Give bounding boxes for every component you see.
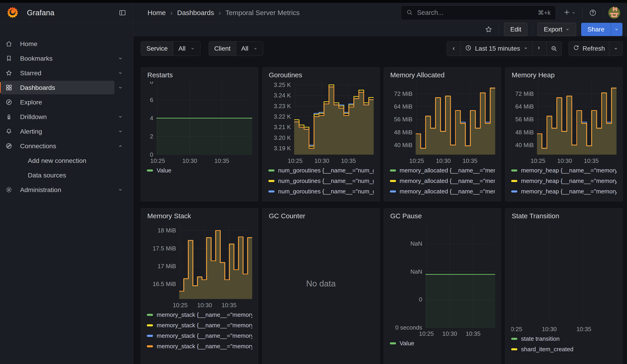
sidebar-item-add-new-connection[interactable]: Add new connection — [0, 154, 129, 167]
panel-title[interactable]: Memory Stack — [147, 212, 252, 220]
legend-item[interactable]: memory_stack {__name__="memory_s — [147, 341, 252, 352]
legend-color-swatch — [390, 180, 396, 182]
header-right — [562, 7, 620, 19]
share-button[interactable]: Share — [581, 23, 611, 36]
search-box[interactable]: ⌘+k — [401, 5, 556, 20]
panel-title[interactable]: State Transition — [512, 212, 617, 220]
panel-chart[interactable]: 40 MiB48 MiB56 MiB64 MiB72 MiB10:2510:30… — [390, 82, 495, 165]
edit-button[interactable]: Edit — [504, 23, 527, 36]
legend-item[interactable]: num_goroutines {__name__="num_go — [268, 186, 374, 197]
legend-label: memory_stack {__name__="memory_s — [157, 343, 252, 350]
sidebar-item-label: Add new connection — [28, 157, 86, 164]
sidebar-item-connections[interactable]: Connections — [0, 139, 129, 153]
panel-chart[interactable]: 10:2510:3010:35 — [511, 223, 617, 333]
legend-label: memory_stack {__name__="memory_s — [157, 332, 252, 339]
add-new-button[interactable] — [562, 7, 577, 18]
avatar[interactable] — [608, 7, 620, 19]
sidebar-item-explore[interactable]: Explore — [0, 95, 129, 109]
legend-color-swatch — [390, 342, 396, 344]
legend-item[interactable]: memory_allocated {__name__="memo — [390, 176, 495, 186]
zoom-out-button[interactable] — [547, 41, 562, 56]
time-range-picker[interactable]: Last 15 minutes — [461, 41, 533, 56]
sidebar-item-drilldown[interactable]: Drilldown — [0, 110, 129, 124]
help-button[interactable] — [587, 7, 598, 18]
legend-item[interactable]: memory_stack {__name__="memory_s — [147, 310, 252, 320]
panel-title[interactable]: GC Counter — [269, 212, 374, 220]
legend-item[interactable]: Value — [390, 338, 495, 349]
svg-text:10:25: 10:25 — [150, 157, 165, 164]
client-filter[interactable]: Client All — [209, 41, 263, 56]
sidebar-item-data-sources[interactable]: Data sources — [0, 168, 129, 182]
service-filter[interactable]: Service All — [141, 41, 200, 56]
chevron-down — [614, 27, 619, 32]
legend-item[interactable]: memory_allocated {__name__="memo — [390, 165, 495, 176]
sidebar-item-dashboards[interactable]: Dashboards — [0, 81, 129, 95]
export-button[interactable]: Export — [538, 23, 576, 36]
panel-chart[interactable]: 40 MiB48 MiB56 MiB64 MiB72 MiB10:2510:30… — [511, 82, 617, 165]
share-menu-button[interactable] — [611, 23, 623, 36]
legend-label: num_goroutines {__name__="num_go — [278, 177, 374, 185]
panel-title[interactable]: Memory Heap — [512, 71, 617, 79]
search-input[interactable] — [417, 9, 538, 17]
panel-goroutines: Goroutines 3.19 K3.20 K3.21 K3.22 K3.23 … — [262, 67, 380, 201]
breadcrumb-item[interactable]: Home — [148, 9, 166, 17]
legend-item[interactable]: num_goroutines {__name__="num_go — [268, 165, 374, 176]
legend-color-swatch — [511, 338, 517, 340]
panel-title[interactable]: Restarts — [147, 71, 252, 79]
svg-text:10:35: 10:35 — [214, 157, 229, 164]
legend-item[interactable]: memory_heap {__name__="memory_h — [511, 197, 617, 199]
legend-label: memory_allocated {__name__="memo — [400, 167, 495, 174]
sidebar-item-administration[interactable]: Administration — [0, 183, 129, 197]
legend-item[interactable]: num_goroutines {__name__="num_go — [268, 176, 374, 186]
panel-toggle-icon — [119, 9, 126, 17]
panel-chart[interactable]: 3.19 K3.20 K3.21 K3.22 K3.23 K3.24 K3.25… — [268, 82, 374, 165]
grafana-logo[interactable] — [6, 6, 19, 19]
panel-title[interactable]: GC Pause — [390, 212, 495, 220]
svg-text:10:25: 10:25 — [288, 157, 303, 164]
chevron-down — [118, 85, 123, 90]
panel-legend: memory_allocated {__name__="memomemory_a… — [390, 165, 495, 199]
time-shift-forward-button[interactable] — [533, 41, 547, 56]
controls-row: Service All Client All Last 15 minutes — [141, 41, 623, 56]
sidebar-item-starred[interactable]: Starred — [0, 66, 129, 80]
compass-icon — [5, 99, 12, 105]
panel-memory_stack: Memory Stack 16.5 MiB17 MiB17.5 MiB18 Mi… — [141, 208, 258, 364]
avatar-image — [608, 7, 620, 19]
time-shift-back-button[interactable] — [447, 41, 461, 56]
legend-item[interactable]: num_goroutines {__name__="num_go — [268, 197, 374, 199]
sidebar-toggle-button[interactable] — [117, 7, 128, 18]
svg-text:48 MiB: 48 MiB — [394, 129, 413, 136]
legend-color-swatch — [268, 180, 274, 182]
sidebar-item-alerting[interactable]: Alerting — [0, 124, 129, 138]
sidebar-item-bookmarks[interactable]: Bookmarks — [0, 52, 129, 65]
legend-item[interactable]: memory_stack {__name__="memory_s — [147, 320, 252, 330]
breadcrumb-item[interactable]: Dashboards — [177, 9, 214, 17]
svg-text:8: 8 — [150, 82, 153, 85]
legend-item[interactable]: memory_heap {__name__="memory_h — [511, 165, 617, 176]
filter-label: Service — [141, 42, 173, 56]
legend-item[interactable]: memory_allocated {__name__="memo — [390, 197, 495, 199]
panel-title[interactable]: Goroutines — [269, 71, 374, 79]
legend-item[interactable]: memory_heap {__name__="memory_h — [511, 186, 617, 197]
sidebar-item-label: Bookmarks — [20, 55, 53, 62]
refresh-interval-button[interactable] — [609, 41, 623, 56]
panel-chart[interactable]: 0 seconds0NaNNaN10:2510:3010:35 — [390, 223, 495, 338]
legend-item[interactable]: shard_item_created — [511, 344, 617, 354]
legend-item[interactable]: Value — [147, 165, 252, 176]
svg-text:16.5 MiB: 16.5 MiB — [153, 281, 176, 287]
legend-item[interactable]: memory_stack {__name__="memory_s — [147, 330, 252, 341]
svg-text:10:30: 10:30 — [442, 330, 457, 337]
sidebar-item-label: Home — [20, 40, 37, 48]
legend-item[interactable]: state transition — [511, 333, 617, 344]
chevron-down — [253, 46, 258, 51]
panel-chart[interactable]: 16.5 MiB17 MiB17.5 MiB18 MiB10:2510:3010… — [147, 223, 252, 309]
legend-item[interactable]: memory_allocated {__name__="memo — [390, 186, 495, 197]
sidebar-item-home[interactable]: Home — [0, 37, 129, 51]
svg-text:6: 6 — [150, 97, 153, 103]
panel-title[interactable]: Memory Allocated — [390, 71, 495, 79]
legend-item[interactable]: memory_heap {__name__="memory_h — [511, 176, 617, 186]
refresh-button[interactable]: Refresh — [569, 41, 609, 56]
favorite-star-button[interactable] — [483, 24, 494, 35]
panel-chart[interactable]: 0246810:2510:3010:35 — [147, 82, 252, 165]
no-data-message[interactable]: No data — [268, 220, 374, 348]
